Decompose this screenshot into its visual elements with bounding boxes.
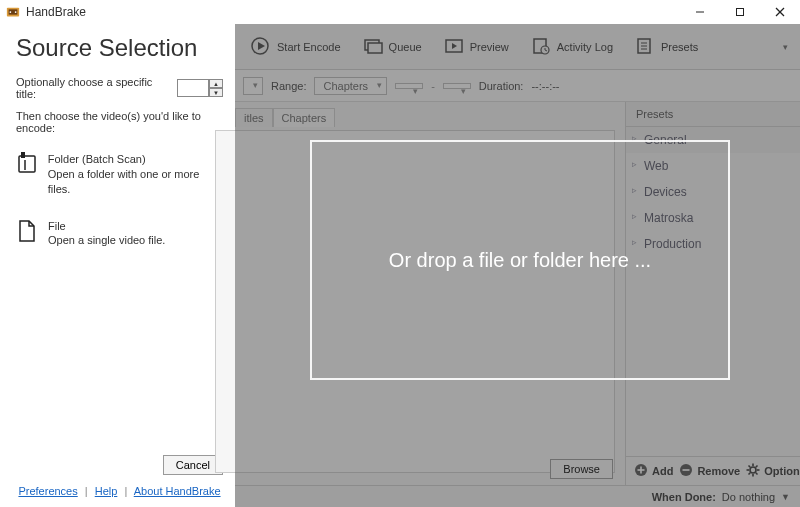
drop-zone-text: Or drop a file or folder here ... xyxy=(389,249,651,272)
preferences-link[interactable]: Preferences xyxy=(18,485,77,497)
window-close-button[interactable] xyxy=(760,0,800,24)
about-link[interactable]: About HandBrake xyxy=(134,485,221,497)
window-maximize-button[interactable] xyxy=(720,0,760,24)
svg-rect-5 xyxy=(737,9,744,16)
source-file-title: File xyxy=(48,219,165,234)
source-file-option[interactable]: File Open a single video file. xyxy=(16,219,223,249)
source-selection-heading: Source Selection xyxy=(16,34,223,62)
help-link[interactable]: Help xyxy=(95,485,118,497)
drop-zone[interactable]: Or drop a file or folder here ... xyxy=(310,140,730,380)
title-spinner-down[interactable]: ▼ xyxy=(209,88,223,97)
svg-rect-8 xyxy=(19,156,35,172)
svg-point-2 xyxy=(10,11,12,13)
footer-links: Preferences | Help | About HandBrake xyxy=(16,485,223,499)
window-minimize-button[interactable] xyxy=(680,0,720,24)
choose-videos-instruction: Then choose the video(s) you'd like to e… xyxy=(16,110,223,134)
source-folder-option[interactable]: Folder (Batch Scan) Open a folder with o… xyxy=(16,152,223,197)
specific-title-label: Optionally choose a specific title: xyxy=(16,76,171,100)
specific-title-input[interactable] xyxy=(177,79,209,97)
source-file-desc: Open a single video file. xyxy=(48,234,165,246)
source-folder-title: Folder (Batch Scan) xyxy=(48,152,223,167)
file-icon xyxy=(16,219,38,249)
svg-point-3 xyxy=(15,11,17,13)
cancel-button[interactable]: Cancel xyxy=(163,455,223,475)
title-spinner-up[interactable]: ▲ xyxy=(209,79,223,88)
source-folder-desc: Open a folder with one or more files. xyxy=(48,168,200,195)
source-selection-panel: Source Selection Optionally choose a spe… xyxy=(0,24,235,507)
folder-icon xyxy=(16,152,38,197)
app-icon xyxy=(6,5,20,19)
svg-rect-9 xyxy=(21,152,25,158)
window-title: HandBrake xyxy=(26,5,86,19)
